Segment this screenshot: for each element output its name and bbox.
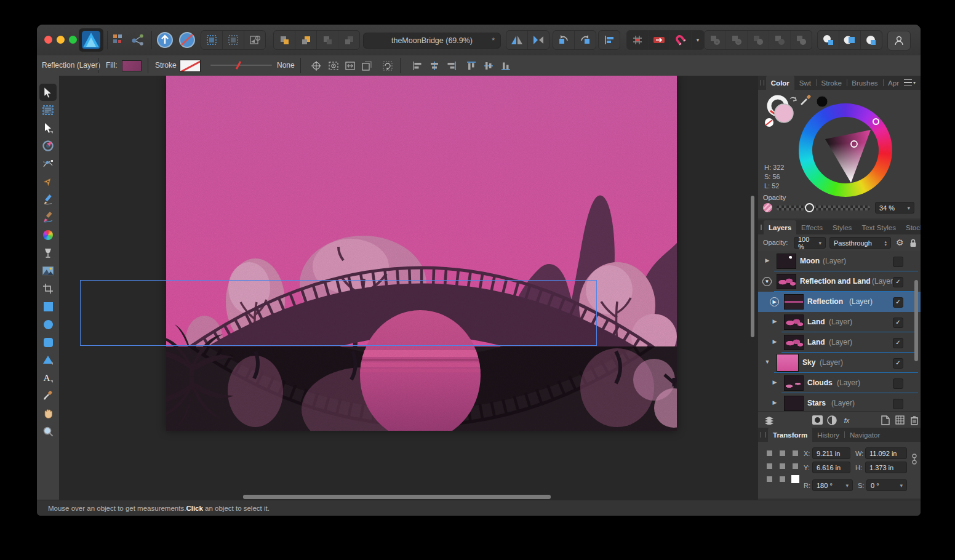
layer-visibility-checkbox[interactable] [893, 378, 903, 389]
transparency-tool[interactable] [40, 245, 56, 261]
rotate-cw-icon[interactable] [575, 31, 596, 49]
shear-field[interactable]: 0 °▾ [866, 479, 907, 491]
expand-icon[interactable]: ▶ [770, 379, 779, 385]
layers-opacity-field[interactable]: 100 % ▾ [794, 237, 826, 249]
layer-row-reflection-and-land[interactable]: ▼ Reflection and Land (Layer) ✓ [758, 271, 921, 292]
vector-crop-tool[interactable] [40, 281, 56, 297]
app-icon-tile[interactable] [79, 28, 103, 52]
layer-thumbnail[interactable] [784, 335, 804, 350]
layer-visibility-checkbox[interactable]: ✓ [893, 277, 903, 287]
move-to-front-icon[interactable] [317, 31, 338, 49]
align-right-icon[interactable] [443, 58, 460, 74]
opacity-value-field[interactable]: 34 % ▾ [875, 202, 914, 214]
layer-visibility-checkbox[interactable]: ✓ [893, 358, 903, 369]
tab-color[interactable]: Color [766, 76, 794, 90]
vertical-scrollbar[interactable] [751, 196, 754, 337]
layer-thumbnail[interactable] [777, 354, 799, 372]
layer-visibility-checkbox[interactable]: ✓ [893, 318, 903, 328]
layer-thumbnail[interactable] [777, 254, 796, 269]
move-to-back-icon[interactable] [338, 31, 359, 49]
shape-tool[interactable] [40, 352, 56, 368]
mask-icon[interactable] [812, 414, 825, 427]
point-transform-tool[interactable] [40, 138, 56, 154]
rectangle-marquee-icon[interactable] [201, 31, 223, 49]
tab-appearance[interactable]: Apr [883, 76, 904, 90]
grid-snap-icon[interactable] [627, 31, 649, 49]
boolean-add-icon[interactable]: + [705, 31, 726, 49]
hide-selection-icon[interactable] [325, 58, 342, 74]
collapse-icon[interactable]: ▼ [762, 277, 772, 286]
layer-visibility-checkbox[interactable]: ✓ [893, 338, 903, 348]
move-forward-icon[interactable] [274, 31, 295, 49]
x-field[interactable]: 9.211 in [812, 447, 850, 459]
gear-icon[interactable]: ⚙ [896, 238, 904, 247]
tab-history[interactable]: History [812, 428, 844, 442]
tab-text-styles[interactable]: Text Styles [857, 220, 901, 234]
tab-navigator[interactable]: Navigator [845, 428, 885, 442]
panel-drag-handle[interactable] [761, 225, 762, 230]
text-tool[interactable]: A [40, 370, 56, 386]
layer-row-reflection[interactable]: ▶ Reflection (Layer) ✓ [758, 292, 921, 312]
artboard-tool[interactable] [40, 102, 56, 118]
document-title[interactable]: theMoonBridge (69.9%) * [363, 33, 501, 49]
layer-visibility-checkbox[interactable] [893, 257, 903, 267]
layer-thumbnail[interactable] [784, 396, 804, 411]
anchor-bottom-right-selected[interactable] [791, 475, 799, 483]
ellipse-tool[interactable] [40, 316, 56, 332]
minimize-window-button[interactable] [57, 36, 65, 44]
close-window-button[interactable] [44, 36, 52, 44]
move-backward-icon[interactable] [295, 31, 317, 49]
insert-behind-icon[interactable] [818, 31, 839, 49]
opacity-slider-thumb[interactable] [805, 203, 814, 212]
share-icon[interactable] [131, 33, 146, 47]
mirror-selection-icon[interactable] [342, 58, 358, 74]
panel-drag-handle[interactable] [761, 432, 766, 438]
layer-visibility-checkbox[interactable] [893, 399, 903, 409]
rounded-rectangle-tool[interactable] [40, 334, 56, 350]
layer-thumbnail[interactable] [784, 375, 804, 391]
layer-row-sky[interactable]: ▼ Sky (Layer) ✓ [758, 353, 921, 373]
w-field[interactable]: 11.092 in [865, 447, 907, 459]
layer-row-land-2[interactable]: ▶ Land (Layer) ✓ [758, 332, 921, 353]
align-left-icon[interactable] [409, 58, 425, 74]
alignment-icon[interactable] [599, 31, 620, 49]
tab-styles[interactable]: Styles [828, 220, 857, 234]
rectangle-tool[interactable] [40, 298, 56, 314]
boolean-combine-icon[interactable] [791, 31, 812, 49]
stroke-width-slider-handle[interactable] [236, 61, 241, 70]
layers-scrollbar[interactable] [914, 280, 918, 361]
snap-to-icon[interactable] [649, 31, 670, 49]
ui-toggle-icon[interactable] [111, 33, 126, 47]
view-tool[interactable] [40, 406, 56, 422]
align-bottom-icon[interactable] [497, 58, 514, 74]
new-pixel-layer-icon[interactable] [893, 414, 906, 427]
anchor-point-selector[interactable] [767, 450, 799, 482]
link-dimensions-icon[interactable] [912, 452, 917, 468]
boolean-subtract-icon[interactable]: − [726, 31, 748, 49]
tab-brushes[interactable]: Brushes [847, 76, 882, 90]
transform-selection-icon[interactable] [244, 31, 265, 49]
blend-mode-field[interactable]: Passthrough ▴▾ [829, 237, 891, 249]
tab-effects[interactable]: Effects [796, 220, 828, 234]
fill-stroke-wells[interactable] [762, 94, 800, 129]
move-tool[interactable] [40, 84, 56, 100]
layer-thumbnail[interactable] [784, 294, 804, 310]
snapping-dropdown[interactable]: ▾ [692, 31, 704, 49]
layer-row-clouds[interactable]: ▶ Clouds (Layer) [758, 373, 921, 393]
color-panel-menu[interactable]: ▾ [904, 79, 916, 86]
expand-icon[interactable]: ▶ [763, 257, 772, 263]
horizontal-scrollbar[interactable] [243, 495, 551, 499]
boolean-divide-icon[interactable] [769, 31, 791, 49]
saturation-triangle[interactable] [812, 117, 879, 183]
pixel-persona-icon[interactable] [178, 31, 196, 49]
insert-inside-icon[interactable] [861, 31, 882, 49]
layer-row-stars[interactable]: ▶ Stars (Layer) [758, 393, 921, 411]
corner-tool[interactable] [40, 156, 56, 172]
expand-icon[interactable]: ▶ [770, 318, 779, 324]
tab-stock[interactable]: Stock [901, 220, 921, 234]
stroke-swatch[interactable] [180, 60, 201, 72]
account-button[interactable] [887, 31, 911, 50]
color-picker-tool[interactable] [40, 388, 56, 404]
fx-icon[interactable]: fx [841, 414, 853, 427]
expand-icon[interactable]: ▶ [770, 399, 779, 406]
